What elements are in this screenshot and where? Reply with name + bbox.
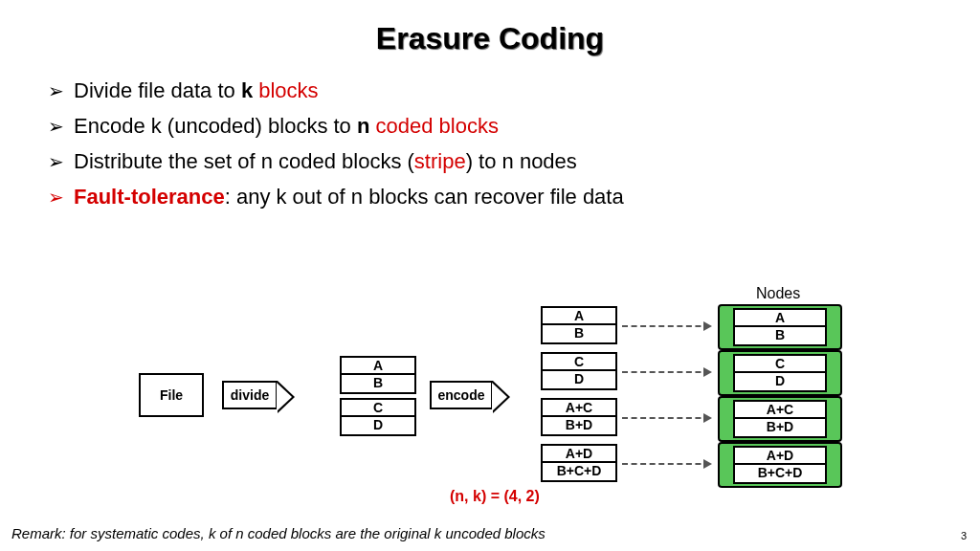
dashed-arrow-icon bbox=[622, 417, 710, 419]
file-box: File bbox=[139, 373, 204, 417]
bullet-1: ➢ Divide file data to k blocks bbox=[48, 74, 980, 109]
cell: A+C bbox=[543, 400, 615, 417]
bullet-3-pre: Distribute the set of n coded blocks ( bbox=[74, 149, 414, 173]
bullet-3-stripe: stripe bbox=[414, 149, 466, 173]
coded-block-4: A+D B+C+D bbox=[541, 444, 617, 482]
dashed-arrow-icon bbox=[622, 325, 710, 327]
bullet-marker-icon: ➢ bbox=[48, 146, 64, 179]
cell: A bbox=[543, 308, 615, 325]
cell: B bbox=[543, 325, 615, 342]
bullet-2-pre: Encode k (uncoded) blocks to bbox=[74, 114, 357, 138]
page-number: 3 bbox=[961, 530, 967, 541]
bullet-marker-icon: ➢ bbox=[48, 76, 64, 108]
cell: D bbox=[543, 371, 615, 388]
cell: A+D bbox=[543, 446, 615, 463]
nodes-label: Nodes bbox=[756, 285, 800, 302]
bullet-1-k: k bbox=[241, 78, 253, 102]
slide-title: Erasure Coding bbox=[0, 0, 980, 56]
cell: B bbox=[735, 327, 825, 344]
cell: A+D bbox=[735, 448, 825, 465]
cell: C bbox=[342, 400, 414, 417]
cell: D bbox=[342, 417, 414, 434]
cell: B bbox=[342, 375, 414, 392]
cell: B+C+D bbox=[543, 463, 615, 480]
bullet-marker-icon: ➢ bbox=[48, 111, 64, 143]
bullet-4: ➢ Fault-tolerance: any k out of n blocks… bbox=[48, 180, 980, 215]
cell: A+C bbox=[735, 402, 825, 419]
cell: C bbox=[735, 356, 825, 373]
bullet-list: ➢ Divide file data to k blocks ➢ Encode … bbox=[48, 74, 980, 215]
node-4: A+D B+C+D bbox=[718, 442, 842, 488]
divide-arrow: divide bbox=[222, 381, 278, 409]
dashed-arrow-icon bbox=[622, 463, 710, 465]
coded-block-2: C D bbox=[541, 352, 617, 390]
bullet-marker-icon: ➢ bbox=[48, 182, 64, 214]
bullet-4-rest: : any k out of n blocks can recover file… bbox=[225, 185, 624, 209]
cell: B+C+D bbox=[735, 465, 825, 482]
bullet-1-post: blocks bbox=[253, 78, 318, 102]
node-1: A B bbox=[718, 304, 842, 350]
divide-label: divide bbox=[231, 387, 269, 403]
divided-block-ab: A B bbox=[340, 356, 416, 394]
cell: A bbox=[342, 358, 414, 375]
encode-label: encode bbox=[437, 387, 484, 403]
bullet-4-ft: Fault-tolerance bbox=[74, 185, 225, 209]
bullet-2-n: n bbox=[357, 114, 369, 138]
nk-label: (n, k) = (4, 2) bbox=[450, 488, 540, 505]
bullet-2-post: coded blocks bbox=[369, 114, 499, 138]
node-2: C D bbox=[718, 350, 842, 396]
diagram: File divide A B C D encode A B C D A+C B… bbox=[0, 287, 980, 497]
coded-block-1: A B bbox=[541, 306, 617, 344]
coded-block-3: A+C B+D bbox=[541, 398, 617, 436]
bullet-3: ➢ Distribute the set of n coded blocks (… bbox=[48, 144, 980, 180]
cell: C bbox=[543, 354, 615, 371]
divided-block-cd: C D bbox=[340, 398, 416, 436]
remark-text: Remark: for systematic codes, k of n cod… bbox=[11, 525, 546, 541]
bullet-3-post: ) to n nodes bbox=[466, 149, 577, 173]
cell: D bbox=[735, 373, 825, 390]
cell: B+D bbox=[543, 417, 615, 434]
bullet-2: ➢ Encode k (uncoded) blocks to n coded b… bbox=[48, 109, 980, 144]
dashed-arrow-icon bbox=[622, 371, 710, 373]
cell: A bbox=[735, 310, 825, 327]
bullet-1-pre: Divide file data to bbox=[74, 78, 241, 102]
node-3: A+C B+D bbox=[718, 396, 842, 442]
cell: B+D bbox=[735, 419, 825, 436]
encode-arrow: encode bbox=[430, 381, 493, 409]
